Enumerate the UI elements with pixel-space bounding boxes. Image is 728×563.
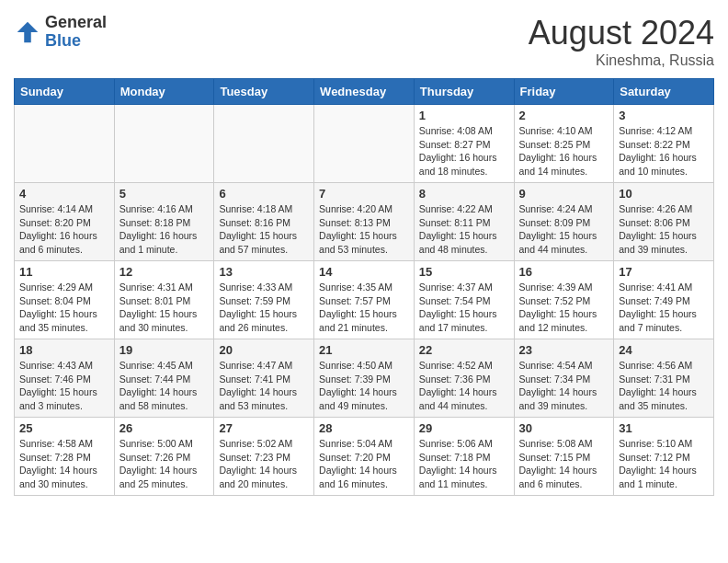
day-number: 7 — [319, 187, 409, 201]
month-year: August 2024 — [529, 14, 714, 52]
day-info: Sunrise: 5:10 AM Sunset: 7:12 PM Dayligh… — [619, 437, 709, 491]
header-sunday: Sunday — [15, 79, 115, 105]
day-info: Sunrise: 5:08 AM Sunset: 7:15 PM Dayligh… — [519, 437, 609, 491]
day-info: Sunrise: 4:37 AM Sunset: 7:54 PM Dayligh… — [419, 281, 509, 335]
calendar-cell — [114, 105, 214, 183]
day-number: 14 — [319, 265, 409, 279]
day-number: 30 — [519, 421, 609, 435]
day-number: 22 — [419, 343, 509, 357]
day-info: Sunrise: 4:24 AM Sunset: 8:09 PM Dayligh… — [519, 202, 609, 257]
day-info: Sunrise: 4:43 AM Sunset: 7:46 PM Dayligh… — [19, 359, 109, 413]
day-info: Sunrise: 4:22 AM Sunset: 8:11 PM Dayligh… — [419, 202, 509, 257]
logo-text: General Blue — [45, 14, 107, 51]
calendar-cell: 14Sunrise: 4:35 AM Sunset: 7:57 PM Dayli… — [314, 261, 415, 339]
day-number: 11 — [19, 265, 109, 279]
day-info: Sunrise: 5:00 AM Sunset: 7:26 PM Dayligh… — [119, 437, 210, 491]
calendar-table: SundayMondayTuesdayWednesdayThursdayFrid… — [14, 78, 714, 496]
day-number: 25 — [19, 421, 109, 435]
week-row-2: 11Sunrise: 4:29 AM Sunset: 8:04 PM Dayli… — [15, 261, 714, 339]
calendar-cell: 23Sunrise: 4:54 AM Sunset: 7:34 PM Dayli… — [514, 339, 614, 418]
day-number: 31 — [619, 421, 709, 435]
day-number: 18 — [19, 343, 109, 357]
day-info: Sunrise: 4:50 AM Sunset: 7:39 PM Dayligh… — [319, 359, 409, 413]
calendar-cell: 21Sunrise: 4:50 AM Sunset: 7:39 PM Dayli… — [314, 339, 415, 418]
day-number: 9 — [519, 187, 609, 201]
day-info: Sunrise: 4:58 AM Sunset: 7:28 PM Dayligh… — [19, 437, 109, 491]
day-number: 5 — [119, 187, 210, 201]
calendar-cell: 18Sunrise: 4:43 AM Sunset: 7:46 PM Dayli… — [15, 339, 115, 418]
day-info: Sunrise: 4:26 AM Sunset: 8:06 PM Dayligh… — [619, 202, 709, 257]
day-number: 10 — [619, 187, 709, 201]
day-number: 28 — [319, 421, 409, 435]
day-info: Sunrise: 5:06 AM Sunset: 7:18 PM Dayligh… — [419, 437, 509, 491]
page-header: General Blue August 2024 Kineshma, Russi… — [14, 14, 714, 69]
day-info: Sunrise: 4:52 AM Sunset: 7:36 PM Dayligh… — [419, 359, 509, 413]
calendar-cell: 27Sunrise: 5:02 AM Sunset: 7:23 PM Dayli… — [214, 418, 314, 496]
calendar-cell: 29Sunrise: 5:06 AM Sunset: 7:18 PM Dayli… — [414, 418, 514, 496]
calendar-cell: 16Sunrise: 4:39 AM Sunset: 7:52 PM Dayli… — [514, 261, 614, 339]
day-number: 16 — [519, 265, 609, 279]
day-number: 12 — [119, 265, 210, 279]
calendar-cell: 2Sunrise: 4:10 AM Sunset: 8:25 PM Daylig… — [514, 105, 614, 183]
day-number: 24 — [619, 343, 709, 357]
day-number: 1 — [419, 109, 509, 122]
day-info: Sunrise: 4:14 AM Sunset: 8:20 PM Dayligh… — [19, 202, 109, 257]
calendar-cell: 26Sunrise: 5:00 AM Sunset: 7:26 PM Dayli… — [114, 418, 214, 496]
calendar-cell — [314, 105, 415, 183]
day-info: Sunrise: 4:10 AM Sunset: 8:25 PM Dayligh… — [519, 124, 609, 178]
day-number: 19 — [119, 343, 210, 357]
calendar-cell: 13Sunrise: 4:33 AM Sunset: 7:59 PM Dayli… — [214, 261, 314, 339]
day-number: 13 — [219, 265, 309, 279]
day-number: 3 — [619, 109, 709, 122]
day-number: 20 — [219, 343, 309, 357]
calendar-cell: 4Sunrise: 4:14 AM Sunset: 8:20 PM Daylig… — [15, 183, 115, 261]
header-monday: Monday — [114, 79, 214, 105]
day-number: 23 — [519, 343, 609, 357]
week-row-0: 1Sunrise: 4:08 AM Sunset: 8:27 PM Daylig… — [15, 105, 714, 183]
calendar-cell: 3Sunrise: 4:12 AM Sunset: 8:22 PM Daylig… — [614, 105, 714, 183]
calendar-cell: 9Sunrise: 4:24 AM Sunset: 8:09 PM Daylig… — [514, 183, 614, 261]
header-wednesday: Wednesday — [314, 79, 415, 105]
calendar-cell: 19Sunrise: 4:45 AM Sunset: 7:44 PM Dayli… — [114, 339, 214, 418]
day-info: Sunrise: 4:29 AM Sunset: 8:04 PM Dayligh… — [19, 281, 109, 335]
day-info: Sunrise: 4:12 AM Sunset: 8:22 PM Dayligh… — [619, 124, 709, 178]
logo-icon — [14, 18, 41, 46]
location: Kineshma, Russia — [529, 52, 714, 69]
header-thursday: Thursday — [414, 79, 514, 105]
calendar-cell: 5Sunrise: 4:16 AM Sunset: 8:18 PM Daylig… — [114, 183, 214, 261]
day-info: Sunrise: 5:02 AM Sunset: 7:23 PM Dayligh… — [219, 437, 309, 491]
logo-blue: Blue — [45, 32, 107, 51]
day-number: 8 — [419, 187, 509, 201]
week-row-4: 25Sunrise: 4:58 AM Sunset: 7:28 PM Dayli… — [15, 418, 714, 496]
calendar-cell: 1Sunrise: 4:08 AM Sunset: 8:27 PM Daylig… — [414, 105, 514, 183]
day-number: 21 — [319, 343, 409, 357]
day-info: Sunrise: 4:16 AM Sunset: 8:18 PM Dayligh… — [119, 202, 210, 257]
day-info: Sunrise: 4:20 AM Sunset: 8:13 PM Dayligh… — [319, 202, 409, 257]
day-info: Sunrise: 4:18 AM Sunset: 8:16 PM Dayligh… — [219, 202, 309, 257]
day-number: 4 — [19, 187, 109, 201]
day-number: 27 — [219, 421, 309, 435]
calendar-cell: 6Sunrise: 4:18 AM Sunset: 8:16 PM Daylig… — [214, 183, 314, 261]
calendar-cell: 20Sunrise: 4:47 AM Sunset: 7:41 PM Dayli… — [214, 339, 314, 418]
day-number: 15 — [419, 265, 509, 279]
header-row: SundayMondayTuesdayWednesdayThursdayFrid… — [15, 79, 714, 105]
calendar-cell: 25Sunrise: 4:58 AM Sunset: 7:28 PM Dayli… — [15, 418, 115, 496]
calendar-cell: 28Sunrise: 5:04 AM Sunset: 7:20 PM Dayli… — [314, 418, 415, 496]
calendar-body: 1Sunrise: 4:08 AM Sunset: 8:27 PM Daylig… — [15, 105, 714, 496]
calendar-cell: 22Sunrise: 4:52 AM Sunset: 7:36 PM Dayli… — [414, 339, 514, 418]
logo: General Blue — [14, 14, 107, 51]
week-row-1: 4Sunrise: 4:14 AM Sunset: 8:20 PM Daylig… — [15, 183, 714, 261]
title-block: August 2024 Kineshma, Russia — [529, 14, 714, 69]
day-number: 2 — [519, 109, 609, 122]
calendar-cell: 10Sunrise: 4:26 AM Sunset: 8:06 PM Dayli… — [614, 183, 714, 261]
day-info: Sunrise: 4:35 AM Sunset: 7:57 PM Dayligh… — [319, 281, 409, 335]
calendar-cell: 24Sunrise: 4:56 AM Sunset: 7:31 PM Dayli… — [614, 339, 714, 418]
day-info: Sunrise: 4:45 AM Sunset: 7:44 PM Dayligh… — [119, 359, 210, 413]
day-info: Sunrise: 4:33 AM Sunset: 7:59 PM Dayligh… — [219, 281, 309, 335]
calendar-cell: 15Sunrise: 4:37 AM Sunset: 7:54 PM Dayli… — [414, 261, 514, 339]
logo-general: General — [45, 14, 107, 32]
header-friday: Friday — [514, 79, 614, 105]
calendar-cell: 11Sunrise: 4:29 AM Sunset: 8:04 PM Dayli… — [15, 261, 115, 339]
day-info: Sunrise: 4:56 AM Sunset: 7:31 PM Dayligh… — [619, 359, 709, 413]
calendar-cell: 8Sunrise: 4:22 AM Sunset: 8:11 PM Daylig… — [414, 183, 514, 261]
